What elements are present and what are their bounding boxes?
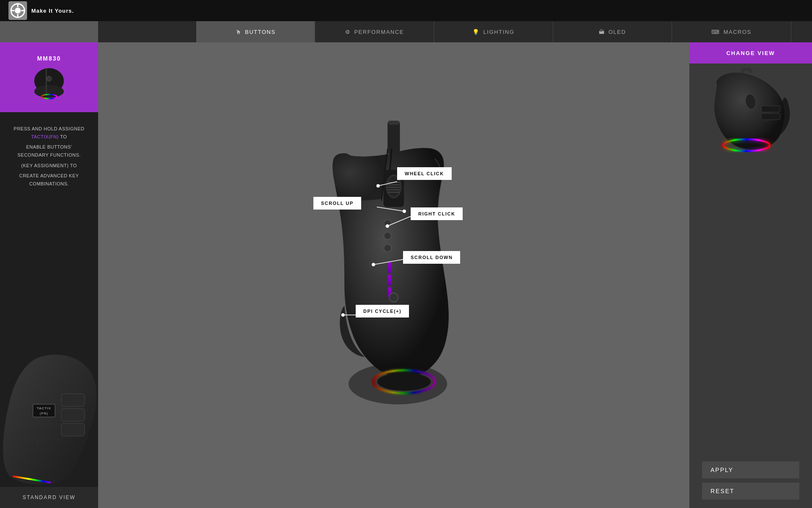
lighting-tab-icon: 💡 — [472, 29, 480, 35]
svg-rect-27 — [388, 121, 399, 125]
tab-macros[interactable]: ⌨ MACROS — [672, 21, 791, 42]
scroll-down-label[interactable]: SCROLL DOWN — [403, 251, 460, 264]
tab-profiles[interactable]: 📋 PROFILES — [791, 21, 812, 42]
svg-rect-60 — [761, 113, 780, 120]
wheel-click-label[interactable]: WHEEL CLICK — [397, 167, 452, 180]
svg-point-38 — [384, 220, 391, 227]
change-view-button[interactable]: CHANGE VIEW — [689, 42, 812, 64]
svg-rect-41 — [388, 262, 391, 273]
svg-point-44 — [389, 293, 398, 302]
main-layout: MM830 P — [0, 42, 812, 508]
oled-tab-icon: 🏔 — [599, 29, 605, 35]
tab-lighting[interactable]: 💡 LIGHTING — [434, 21, 553, 42]
device-thumbnail-icon — [26, 66, 72, 100]
buttons-tab-icon: 🖱 — [236, 29, 242, 35]
svg-point-40 — [384, 244, 391, 251]
nav-tabs: 🖱 BUTTONS ⚙ PERFORMANCE 💡 LIGHTING 🏔 OLE… — [98, 21, 812, 42]
svg-rect-42 — [388, 275, 391, 285]
tab-performance[interactable]: ⚙ PERFORMANCE — [315, 21, 434, 42]
performance-tab-icon: ⚙ — [345, 29, 351, 35]
svg-point-2 — [15, 8, 21, 14]
scroll-up-label[interactable]: SCROLL UP — [313, 197, 361, 210]
description-text-3: ENABLE BUTTONS' SECONDARY FUNCTIONS. — [11, 143, 88, 159]
svg-point-39 — [384, 232, 391, 239]
logo-area: Make It Yours. — [8, 1, 74, 20]
device-card: MM830 — [0, 42, 98, 112]
description-text-4: (KEY ASSIGNMENT) TO — [11, 162, 88, 170]
content-area: WHEEL CLICK SCROLL UP RIGHT CLICK — [98, 42, 689, 508]
svg-point-47 — [348, 363, 447, 404]
brand-text: Make It Yours. — [31, 8, 74, 14]
svg-rect-22 — [61, 423, 85, 436]
device-name: MM830 — [37, 55, 61, 62]
coolermaster-logo-icon — [8, 1, 27, 20]
right-bottom: APPLY RESET — [689, 157, 812, 508]
macros-tab-icon: ⌨ — [711, 29, 720, 35]
right-click-label[interactable]: RIGHT CLICK — [411, 207, 463, 220]
right-panel: CHANGE VIEW — [689, 42, 812, 508]
mouse-3d-view: WHEEL CLICK SCROLL UP RIGHT CLICK — [305, 121, 483, 417]
tab-oled[interactable]: 🏔 OLED — [553, 21, 672, 42]
description-text-2: TO — [60, 134, 67, 139]
description-panel: PRESS AND HOLD ASSIGNED TACTIX(FN) TO EN… — [0, 112, 98, 201]
view-preview — [689, 64, 812, 157]
svg-rect-9 — [46, 68, 47, 94]
side-mouse-icon: TACTIX (FN) — [0, 343, 98, 487]
preview-mouse-icon — [696, 68, 806, 152]
sidebar: MM830 P — [0, 42, 98, 508]
svg-text:TACTIX: TACTIX — [37, 406, 51, 410]
reset-button[interactable]: RESET — [702, 483, 799, 500]
apply-button[interactable]: APPLY — [702, 461, 799, 478]
svg-rect-20 — [61, 394, 85, 406]
side-mouse-image: TACTIX (FN) — [0, 201, 98, 508]
svg-rect-59 — [761, 106, 780, 112]
svg-point-10 — [47, 76, 52, 81]
svg-text:(FN): (FN) — [40, 411, 48, 415]
mouse-3d-icon — [305, 121, 483, 409]
top-bar: Make It Yours. — [0, 0, 812, 21]
tab-buttons[interactable]: 🖱 BUTTONS — [196, 21, 315, 42]
description-text-5: CREATE ADVANCED KEY COMBINATIONS. — [11, 172, 88, 188]
standard-view-label: STANDARD VIEW — [0, 487, 98, 508]
description-text-1: PRESS AND HOLD ASSIGNED — [14, 126, 84, 131]
apply-reset-area: APPLY RESET — [689, 453, 812, 508]
svg-point-8 — [34, 85, 64, 98]
dpi-cycle-label[interactable]: DPI CYCLE(+) — [356, 305, 409, 318]
tactix-highlight: TACTIX(FN) — [31, 134, 59, 139]
svg-rect-21 — [61, 409, 85, 421]
